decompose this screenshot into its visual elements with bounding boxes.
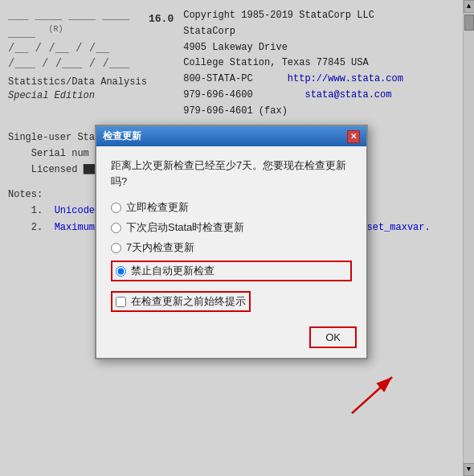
radio-input-1[interactable]	[111, 203, 121, 213]
radio-option-1[interactable]: 立即检查更新	[111, 200, 352, 215]
checkbox-input[interactable]	[116, 297, 126, 307]
radio-label-3: 7天内检查更新	[126, 240, 194, 255]
radio-input-4[interactable]	[116, 266, 126, 277]
radio-input-3[interactable]	[111, 243, 121, 253]
dialog-titlebar: 检查更新 ✕	[96, 126, 366, 146]
main-background: ▲ ▼ ___ ____ ____ ____ ____ (R) /__ / /_…	[0, 0, 474, 476]
dialog-question: 距离上次更新检查已经至少7天。您要现在检查更新吗?	[111, 158, 352, 189]
svg-line-1	[352, 377, 392, 413]
radio-label-4: 禁止自动更新检查	[131, 264, 215, 278]
checkbox-option[interactable]: 在检查更新之前始终提示	[111, 291, 251, 312]
ok-button[interactable]: OK	[309, 326, 357, 348]
dialog-body: 距离上次更新检查已经至少7天。您要现在检查更新吗? 立即检查更新 下次启动Sta…	[96, 146, 366, 322]
dialog-title: 检查更新	[103, 129, 141, 143]
radio-option-4[interactable]: 禁止自动更新检查	[111, 261, 352, 281]
checkbox-label: 在检查更新之前始终提示	[131, 294, 246, 309]
radio-input-2[interactable]	[111, 223, 121, 233]
radio-option-2[interactable]: 下次启动Stata时检查更新	[111, 220, 352, 235]
update-check-dialog: 检查更新 ✕ 距离上次更新检查已经至少7天。您要现在检查更新吗? 立即检查更新 …	[95, 125, 368, 359]
red-arrow-indicator	[344, 365, 408, 421]
radio-label-2: 下次启动Stata时检查更新	[126, 220, 244, 235]
dialog-close-button[interactable]: ✕	[347, 130, 360, 143]
radio-label-1: 立即检查更新	[126, 200, 189, 215]
radio-group: 立即检查更新 下次启动Stata时检查更新 7天内检查更新 禁止自动更新检查	[111, 200, 352, 281]
dialog-footer: OK	[96, 322, 366, 358]
radio-option-3[interactable]: 7天内检查更新	[111, 240, 352, 255]
